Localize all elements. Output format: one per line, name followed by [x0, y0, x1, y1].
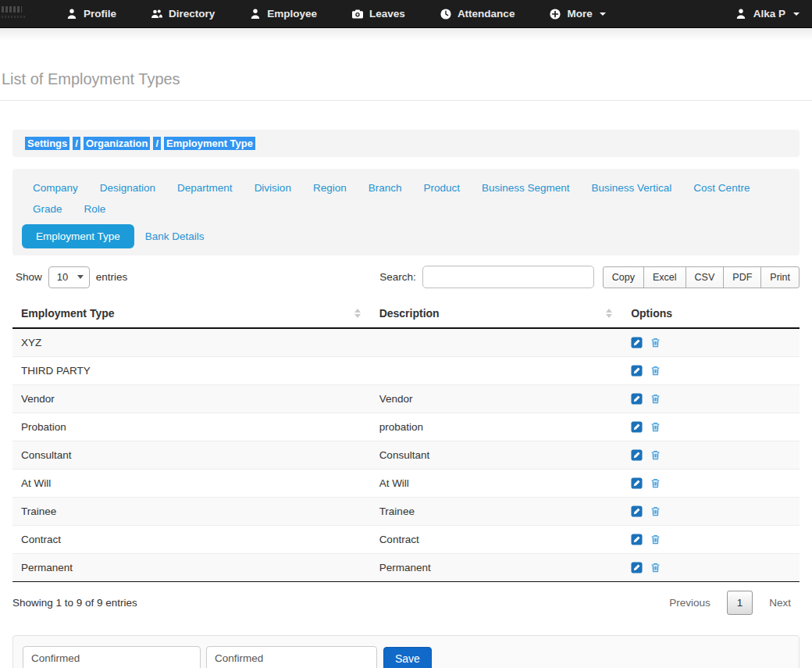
title-divider: [0, 100, 812, 101]
breadcrumb-link[interactable]: Settings: [25, 137, 69, 150]
table-footer: Showing 1 to 9 of 9 entries Previous 1 N…: [12, 591, 800, 614]
datatable-controls: Show 10 entries Search: CopyExcelCSVPDFP…: [12, 266, 800, 288]
edit-icon[interactable]: [631, 505, 643, 517]
print-export-button[interactable]: Print: [760, 266, 800, 288]
tab-business-segment[interactable]: Business Segment: [471, 177, 581, 198]
breadcrumb-link[interactable]: Organization: [84, 137, 150, 150]
table-row: Probation probation: [12, 413, 800, 441]
column-header-employment-type[interactable]: Employment Type: [12, 299, 371, 328]
pagination: Previous 1 Next: [661, 591, 800, 614]
delete-icon[interactable]: [650, 477, 661, 489]
edit-icon[interactable]: [631, 534, 643, 545]
edit-icon[interactable]: [631, 393, 643, 405]
table-body: XYZ THIRD PARTY Vendor Vendor: [12, 328, 800, 582]
tab-cost-centre[interactable]: Cost Centre: [682, 177, 760, 198]
nav-item-attendance[interactable]: Attendance: [422, 0, 532, 28]
sort-icon: [354, 309, 362, 318]
edit-icon[interactable]: [631, 337, 643, 348]
nav-item-label: Profile: [84, 8, 116, 20]
add-employment-type-form: Save: [12, 635, 800, 668]
person-icon: [66, 8, 78, 20]
tab-row-2: Employment TypeBank Details: [22, 224, 790, 248]
employment-type-cell: Permanent: [12, 554, 371, 582]
nav-item-directory[interactable]: Directory: [134, 0, 232, 28]
app-logo: [0, 0, 34, 28]
edit-icon[interactable]: [631, 477, 643, 489]
delete-icon[interactable]: [650, 337, 661, 348]
nav-items: ProfileDirectoryEmployeeLeavesAttendance…: [48, 0, 623, 28]
tab-business-vertical[interactable]: Business Vertical: [581, 177, 683, 198]
description-cell: Contract: [371, 526, 623, 554]
person-icon: [249, 8, 262, 20]
tab-branch[interactable]: Branch: [358, 177, 413, 198]
column-label: Description: [379, 307, 440, 320]
excel-export-button[interactable]: Excel: [643, 266, 686, 288]
tab-row-1: CompanyDesignationDepartmentDivisionRegi…: [22, 177, 790, 220]
delete-icon[interactable]: [650, 505, 661, 517]
tab-employment-type[interactable]: Employment Type: [22, 224, 134, 248]
tab-grade[interactable]: Grade: [22, 198, 73, 220]
pdf-export-button[interactable]: PDF: [723, 266, 761, 288]
delete-icon[interactable]: [650, 365, 661, 377]
copy-export-button[interactable]: Copy: [603, 266, 644, 288]
delete-icon[interactable]: [650, 393, 661, 405]
edit-icon[interactable]: [631, 449, 643, 461]
delete-icon[interactable]: [650, 421, 661, 433]
description-cell: Permanent: [371, 554, 623, 582]
table-header: Employment TypeDescriptionOptions: [12, 299, 800, 328]
tab-bank-details[interactable]: Bank Details: [134, 224, 215, 248]
previous-page-button[interactable]: Previous: [661, 591, 719, 614]
show-label: Show: [16, 271, 42, 283]
employment-types-table: Employment TypeDescriptionOptions XYZ TH…: [12, 299, 800, 582]
nav-item-label: Attendance: [458, 8, 515, 20]
export-buttons: CopyExcelCSVPDFPrint: [603, 266, 800, 288]
page-length-select[interactable]: 10: [48, 266, 90, 288]
delete-icon[interactable]: [650, 534, 661, 545]
column-label: Options: [631, 307, 672, 320]
tab-designation[interactable]: Designation: [89, 177, 166, 198]
next-page-button[interactable]: Next: [760, 591, 800, 614]
description-cell: Trainee: [371, 498, 623, 526]
people-icon: [151, 8, 163, 20]
description-cell: [371, 328, 623, 357]
user-menu[interactable]: Alka P: [735, 8, 800, 20]
nav-item-profile[interactable]: Profile: [48, 0, 134, 28]
csv-export-button[interactable]: CSV: [686, 266, 725, 288]
top-navbar: ProfileDirectoryEmployeeLeavesAttendance…: [0, 0, 812, 28]
edit-icon[interactable]: [631, 365, 643, 377]
nav-item-more[interactable]: More: [532, 0, 622, 28]
employment-type-input[interactable]: [23, 646, 201, 668]
tab-region[interactable]: Region: [302, 177, 358, 198]
search-input[interactable]: [422, 266, 594, 288]
breadcrumb-link[interactable]: Employment Type: [164, 137, 255, 150]
description-cell: probation: [371, 413, 623, 441]
tab-department[interactable]: Department: [166, 177, 244, 198]
delete-icon[interactable]: [650, 562, 661, 573]
search-and-export: Search: CopyExcelCSVPDFPrint: [379, 266, 800, 288]
chevron-down-icon: [793, 13, 800, 16]
settings-tabs: CompanyDesignationDepartmentDivisionRegi…: [12, 169, 800, 255]
save-button[interactable]: Save: [383, 647, 432, 668]
table-row: XYZ: [12, 328, 800, 357]
page-button-1[interactable]: 1: [727, 591, 753, 615]
column-header-description[interactable]: Description: [371, 299, 623, 328]
nav-item-employee[interactable]: Employee: [232, 0, 334, 28]
delete-icon[interactable]: [650, 449, 661, 461]
plus-circle-icon: [549, 8, 561, 20]
tab-division[interactable]: Division: [244, 177, 302, 198]
table-row: Permanent Permanent: [12, 554, 800, 582]
clock-icon: [440, 8, 452, 20]
nav-item-leaves[interactable]: Leaves: [334, 0, 422, 28]
employment-type-cell: Consultant: [12, 441, 371, 470]
tab-role[interactable]: Role: [73, 198, 117, 220]
table-row: Trainee Trainee: [12, 498, 800, 526]
description-input[interactable]: [206, 646, 377, 668]
nav-item-label: Directory: [169, 8, 215, 20]
tab-product[interactable]: Product: [412, 177, 471, 198]
edit-icon[interactable]: [631, 421, 643, 433]
page-numbers: 1: [719, 597, 761, 609]
page-length-group: Show 10 entries: [12, 266, 127, 288]
tab-company[interactable]: Company: [22, 177, 89, 198]
edit-icon[interactable]: [631, 562, 643, 573]
page-title: List of Employment Types: [2, 70, 812, 88]
